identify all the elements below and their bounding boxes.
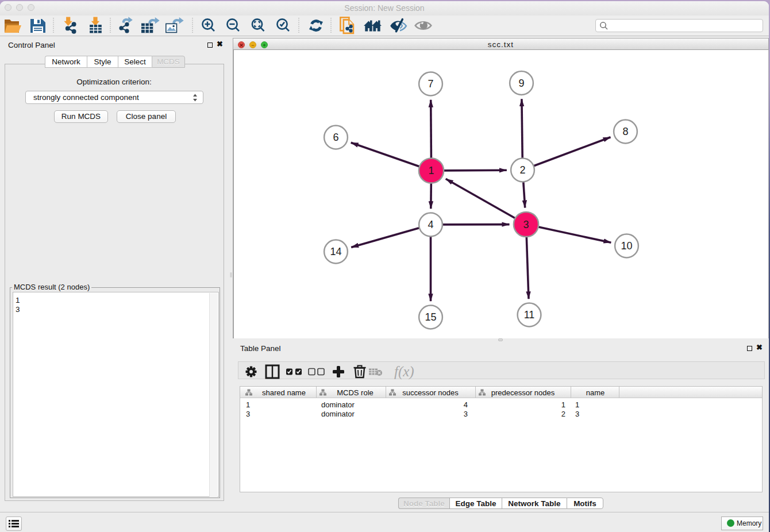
svg-text:2: 2 — [519, 164, 525, 176]
svg-text:predecessor nodes: predecessor nodes — [491, 388, 555, 397]
svg-text:MCDS role: MCDS role — [337, 388, 374, 397]
svg-text:shared name: shared name — [262, 388, 306, 397]
svg-text:11: 11 — [524, 309, 535, 321]
svg-text:15: 15 — [425, 311, 436, 323]
svg-text:14: 14 — [330, 246, 341, 257]
svg-text:3: 3 — [523, 219, 529, 230]
svg-text:f(x): f(x) — [394, 364, 414, 380]
svg-text:7: 7 — [428, 78, 433, 90]
svg-text:6: 6 — [333, 132, 338, 143]
svg-text:name: name — [586, 388, 605, 397]
svg-text:8: 8 — [622, 126, 628, 137]
svg-text:successor nodes: successor nodes — [402, 388, 459, 397]
svg-text:1: 1 — [428, 165, 434, 176]
svg-text:9: 9 — [518, 78, 524, 89]
svg-text:4: 4 — [428, 219, 433, 230]
svg-text:10: 10 — [621, 240, 632, 252]
